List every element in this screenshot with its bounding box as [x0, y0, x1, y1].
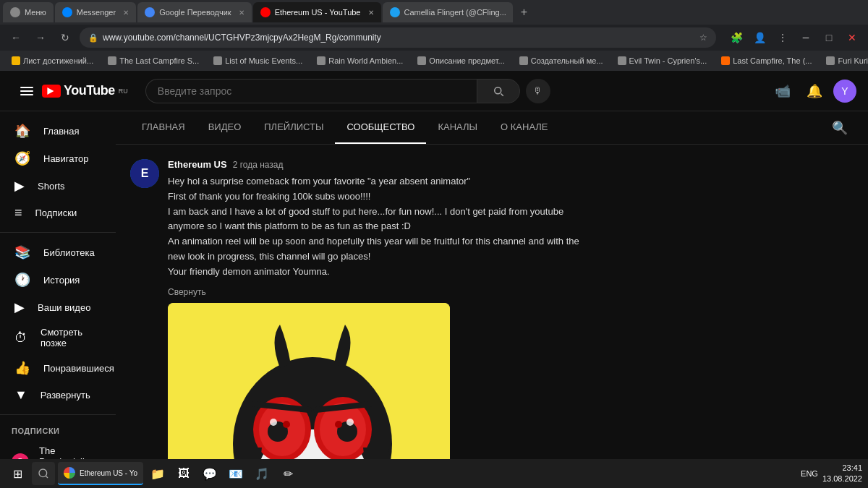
taskbar-music-icon[interactable]: 🎵 [250, 462, 273, 485]
youtube-play-icon [42, 85, 61, 98]
main-content: 🏠 Главная 🧭 Навигатор ▶ Shorts ≡ Подписк… [0, 111, 868, 488]
bookmark-item[interactable]: Описание предмет... [412, 55, 510, 67]
channel-tab-playlists[interactable]: ПЛЕЙЛИСТЫ [252, 111, 335, 144]
sidebar-item-navigator[interactable]: 🧭 Навигатор [3, 145, 113, 172]
expand-icon: ▼ [14, 388, 27, 403]
search-bar: 🎙 [145, 79, 550, 103]
search-input[interactable] [145, 79, 477, 103]
channel-tab-about[interactable]: О КАНАЛЕ [489, 111, 560, 144]
watch-later-icon: ⏱ [14, 330, 27, 346]
search-icon [492, 85, 505, 98]
search-button[interactable] [477, 79, 520, 103]
post-time: 2 года назад [233, 160, 284, 170]
bookmark-item[interactable]: Создательный ме... [514, 55, 609, 67]
channel-tab-videos[interactable]: ВИДЕО [197, 111, 253, 144]
user-profile-icon[interactable]: 👤 [749, 27, 770, 48]
bookmark-item[interactable]: Furi Kuri (FLCL) Orig... [820, 55, 868, 67]
clock-time: 23:41 [822, 463, 862, 474]
close-icon[interactable]: ✕ [123, 9, 129, 17]
tab-messenger[interactable]: Messenger ✕ [55, 2, 136, 22]
bookmark-item[interactable]: List of Music Events... [208, 55, 308, 67]
more-options-icon[interactable]: ⋮ [773, 27, 793, 48]
lock-icon: 🔒 [88, 33, 98, 43]
subscriptions-icon: ≡ [14, 205, 22, 221]
search-container: 🎙 [145, 79, 752, 103]
sidebar-label-expand: Развернуть [41, 390, 90, 401]
taskbar-discord-icon[interactable]: 💬 [198, 462, 221, 485]
sidebar-item-watch-later[interactable]: ⏱ Смотреть позже [3, 321, 113, 354]
post-channel-name[interactable]: Ethereum US [168, 159, 227, 170]
tab-bar: Меню Messenger ✕ Google Переводчик ✕ Eth… [0, 0, 868, 25]
sidebar: 🏠 Главная 🧭 Навигатор ▶ Shorts ≡ Подписк… [0, 111, 116, 488]
country-label: RU [119, 87, 128, 95]
tab-youtube[interactable]: Ethereum US - YouTube ✕ [253, 2, 381, 22]
sidebar-label-library: Библиотека [43, 247, 95, 258]
tab-translate[interactable]: Google Переводчик ✕ [137, 2, 252, 22]
upload-icon[interactable]: 📹 [770, 78, 796, 104]
svg-point-26 [270, 419, 277, 426]
channel-tab-home[interactable]: ГЛАВНАЯ [130, 111, 197, 144]
back-button[interactable]: ← [6, 27, 26, 48]
channel-tab-channels[interactable]: КАНАЛЫ [426, 111, 489, 144]
svg-point-25 [335, 421, 342, 428]
forward-button[interactable]: → [30, 27, 51, 48]
minimize-button[interactable]: ─ [796, 27, 816, 48]
taskbar-photos-icon[interactable]: 🖼 [172, 462, 195, 485]
extensions-icon[interactable]: 🧩 [726, 27, 746, 48]
sidebar-item-shorts[interactable]: ▶ Shorts [3, 172, 113, 200]
svg-point-27 [346, 419, 354, 426]
reload-button[interactable]: ↻ [55, 27, 75, 48]
taskbar: ⊞ Ethereum US - YouTube 📁 🖼 💬 📧 🎵 ✏ ENG … [0, 459, 868, 488]
clock-date: 13.08.2022 [822, 474, 862, 484]
taskbar-app-chrome[interactable]: Ethereum US - YouTube [58, 462, 143, 485]
channel-search-icon[interactable]: 🔍 [826, 114, 854, 142]
close-icon[interactable]: ✕ [368, 9, 374, 17]
channel-tab-community[interactable]: СООБЩЕСТВО [335, 111, 426, 144]
tab-menu[interactable]: Меню [3, 2, 54, 22]
bookmark-item[interactable]: Evil Twin - Cyprien's... [612, 55, 713, 67]
bookmark-item[interactable]: The Last Campfire S... [102, 55, 205, 67]
channel-navigation: ГЛАВНАЯ ВИДЕО ПЛЕЙЛИСТЫ СООБЩЕСТВО КАНАЛ… [116, 111, 868, 145]
post-avatar-inner: E [130, 159, 159, 188]
sidebar-item-expand[interactable]: ▼ Развернуть [3, 382, 113, 408]
sidebar-item-library[interactable]: 📚 Библиотека [3, 239, 113, 266]
voice-search-button[interactable]: 🎙 [526, 79, 550, 103]
tab-twitter[interactable]: Camellia Flingert (@CFling... ✕ [383, 2, 513, 22]
start-button[interactable]: ⊞ [6, 462, 29, 485]
close-icon[interactable]: ✕ [239, 9, 244, 17]
browser-actions: 🧩 👤 ⋮ ─ □ ✕ [726, 27, 862, 48]
sidebar-label-shorts: Shorts [38, 181, 65, 192]
new-tab-button[interactable]: + [514, 2, 535, 22]
bookmark-item[interactable]: Last Campfire, The (... [715, 55, 817, 67]
taskbar-lang: ENG [801, 469, 818, 478]
bookmark-item[interactable]: Лист достижений... [6, 55, 99, 67]
close-button[interactable]: ✕ [842, 27, 862, 48]
sidebar-label-watch-later: Смотреть позже [41, 327, 101, 348]
sidebar-item-history[interactable]: 🕐 История [3, 266, 113, 294]
maximize-button[interactable]: □ [819, 27, 839, 48]
sidebar-label-subscriptions: Подписки [35, 207, 77, 218]
sidebar-item-home[interactable]: 🏠 Главная [3, 117, 113, 145]
sidebar-label-history: История [43, 275, 80, 286]
shorts-icon: ▶ [14, 178, 25, 194]
address-bar[interactable]: 🔒 www.youtube.com/channel/UCTGHVPz3mjcpy… [80, 27, 716, 48]
subscriptions-section-title: ПОДПИСКИ [0, 421, 116, 441]
bookmark-star-icon[interactable]: ☆ [699, 33, 707, 43]
user-avatar[interactable]: Y [833, 80, 856, 103]
post-body: Ethereum US 2 года назад Hey hol a surpr… [168, 159, 665, 488]
taskbar-paint-icon[interactable]: ✏ [276, 462, 299, 485]
header-actions: 📹 🔔 Y [770, 78, 856, 104]
bookmark-item[interactable]: Rain World Ambien... [311, 55, 409, 67]
notifications-icon[interactable]: 🔔 [801, 78, 827, 104]
post-collapse-button[interactable]: Свернуть [168, 287, 665, 297]
hamburger-menu-button[interactable] [12, 80, 42, 103]
taskbar-mail-icon[interactable]: 📧 [224, 462, 247, 485]
youtube-logo[interactable]: YouTube RU [42, 83, 128, 98]
taskbar-search-icon[interactable] [32, 462, 55, 485]
sidebar-item-subscriptions[interactable]: ≡ Подписки [3, 200, 113, 226]
taskbar-file-icon[interactable]: 📁 [146, 462, 169, 485]
liked-icon: 👍 [14, 360, 30, 376]
taskbar-clock: 23:41 13.08.2022 [822, 463, 862, 485]
sidebar-item-your-videos[interactable]: ▶ Ваши видео [3, 294, 113, 321]
sidebar-item-liked[interactable]: 👍 Понравившиеся [3, 354, 113, 382]
